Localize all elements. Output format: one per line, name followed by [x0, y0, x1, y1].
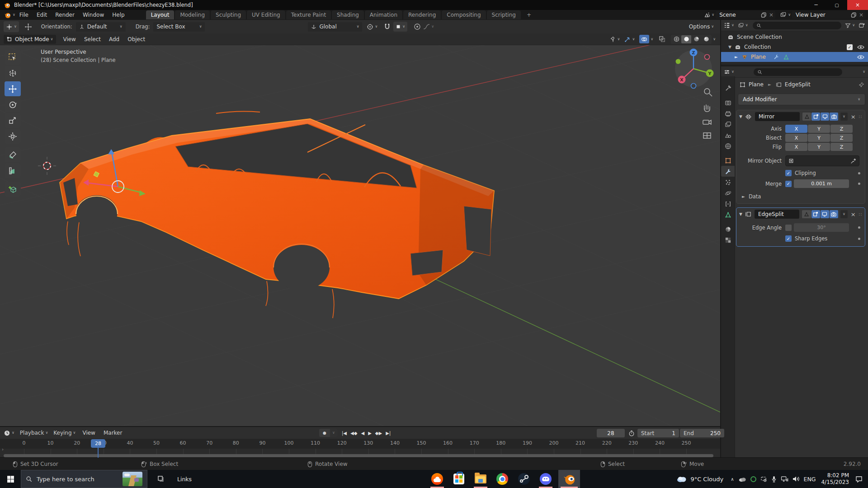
- prev-keyframe-button[interactable]: ◀◆: [349, 429, 359, 437]
- mirror-panel-header[interactable]: ▼ Mirror ∨ × ∷: [736, 110, 865, 123]
- timeline-expand-chevron[interactable]: ›: [2, 447, 4, 452]
- outliner-row-scene-collection[interactable]: Scene Collection: [721, 32, 868, 42]
- drag-dropdown[interactable]: Select Box ∨: [153, 22, 205, 32]
- timeline-scrollbar[interactable]: [4, 454, 713, 457]
- timeline-view-menu[interactable]: View: [78, 430, 99, 436]
- duplicate-icon[interactable]: [761, 12, 767, 18]
- shading-wireframe-button[interactable]: [671, 35, 681, 43]
- car-mesh-object[interactable]: [60, 112, 494, 318]
- bisect-x-button[interactable]: X: [785, 134, 807, 142]
- menu-file[interactable]: File: [15, 12, 33, 18]
- xray-toggle[interactable]: [659, 36, 665, 42]
- render-display-toggle[interactable]: [830, 210, 838, 218]
- play-reverse-button[interactable]: ◀: [359, 429, 366, 437]
- mirror-axis-x-button[interactable]: X: [785, 125, 807, 133]
- edge-angle-field[interactable]: 30°: [794, 223, 849, 232]
- tab-world[interactable]: [721, 141, 735, 151]
- breadcrumb-modifier[interactable]: EdgeSplit: [785, 81, 811, 88]
- tab-particles[interactable]: [721, 177, 735, 188]
- active-tool-dropdown[interactable]: ∨: [4, 21, 19, 32]
- taskbar-app-steam[interactable]: [515, 470, 533, 488]
- proportional-editing-icon[interactable]: [414, 23, 421, 30]
- gizmos-toggle[interactable]: ∨: [624, 36, 635, 42]
- menu-render[interactable]: Render: [51, 12, 79, 18]
- sharp-edges-checkbox[interactable]: ✓: [785, 235, 792, 242]
- tab-rendering[interactable]: Rendering: [403, 10, 441, 19]
- tab-object-data[interactable]: [721, 209, 735, 220]
- edge-angle-checkbox[interactable]: [785, 225, 792, 231]
- timeline-editor-dropdown[interactable]: ∨: [4, 430, 14, 436]
- animate-dot[interactable]: [858, 238, 860, 240]
- expand-arrow-icon[interactable]: ►: [742, 194, 745, 199]
- eye-icon[interactable]: [857, 54, 864, 60]
- collection-checkbox[interactable]: ✓: [847, 44, 853, 50]
- properties-search[interactable]: [754, 68, 842, 76]
- menu-help[interactable]: Help: [108, 12, 128, 18]
- edgesplit-panel-header[interactable]: ▼ EdgeSplit ∨ × ∷: [736, 208, 865, 221]
- network-display-icon[interactable]: [781, 476, 788, 482]
- menu-window[interactable]: Window: [79, 12, 108, 18]
- microphone-icon[interactable]: [771, 476, 777, 483]
- render-display-toggle[interactable]: [830, 113, 838, 121]
- shading-solid-button[interactable]: [681, 35, 691, 43]
- blender-menu-icon[interactable]: [4, 12, 11, 19]
- hidden-icons-chevron[interactable]: ∧: [731, 477, 734, 482]
- delete-modifier-button[interactable]: ×: [851, 211, 856, 218]
- modifier-extras-dropdown[interactable]: ∨: [840, 113, 848, 121]
- orientation-dropdown[interactable]: Default ∨: [76, 22, 126, 32]
- drag-handle-icon[interactable]: ∷: [859, 114, 862, 119]
- auto-key-dropdown[interactable]: ∨: [330, 429, 337, 437]
- tab-constraints[interactable]: [721, 198, 735, 209]
- navigation-gizmo[interactable]: Z Y X: [675, 49, 714, 89]
- tab-compositing[interactable]: Compositing: [442, 10, 486, 19]
- timeline-grid[interactable]: [0, 449, 720, 454]
- viewport-menu-view[interactable]: View: [59, 36, 80, 42]
- delete-modifier-button[interactable]: ×: [851, 113, 856, 120]
- tab-view-layer[interactable]: [721, 119, 735, 130]
- timeline-ruler[interactable]: 0102030405060708090100110120130140150160…: [0, 439, 720, 449]
- expand-arrow-icon[interactable]: ▼: [728, 45, 731, 49]
- scale-tool[interactable]: [5, 113, 21, 128]
- rotate-tool[interactable]: [5, 97, 21, 112]
- mirror-object-field[interactable]: [785, 155, 859, 166]
- tab-shading[interactable]: Shading: [332, 10, 364, 19]
- jump-to-start-button[interactable]: |◀: [340, 429, 349, 437]
- taskbar-search-box[interactable]: Type here to search: [21, 470, 147, 488]
- mirror-axis-y-button[interactable]: Y: [808, 125, 830, 133]
- merge-checkbox[interactable]: ✓: [785, 181, 792, 187]
- clock-tray[interactable]: 8:02 PM 4/15/2023: [821, 472, 849, 486]
- editmode-toggle[interactable]: [811, 113, 820, 121]
- timeline-marker-menu[interactable]: Marker: [99, 430, 126, 436]
- add-workspace-button[interactable]: +: [522, 10, 536, 19]
- measure-tool[interactable]: [5, 163, 21, 178]
- taskbar-app-file-explorer[interactable]: [472, 470, 490, 488]
- tab-animation[interactable]: Animation: [365, 10, 402, 19]
- orthographic-grid-icon[interactable]: [703, 133, 711, 138]
- use-preview-range-button[interactable]: [628, 430, 635, 436]
- start-button[interactable]: [0, 470, 21, 488]
- view-layer-selector[interactable]: View Layer ×: [792, 11, 865, 19]
- frame-start-field[interactable]: Start 1: [637, 429, 679, 437]
- nav-axis-x-neg[interactable]: [705, 55, 710, 60]
- tab-texture-paint[interactable]: Texture Paint: [286, 10, 331, 19]
- onedrive-icon[interactable]: [738, 476, 746, 482]
- flip-z-button[interactable]: Z: [830, 143, 853, 151]
- playhead-line[interactable]: [98, 448, 99, 458]
- taskbar-app-discord[interactable]: [537, 470, 555, 488]
- tab-texture[interactable]: [721, 235, 735, 245]
- speaker-icon[interactable]: [793, 476, 800, 482]
- tab-material[interactable]: [721, 224, 735, 235]
- options-dropdown[interactable]: Options ∨: [689, 23, 714, 30]
- search-highlight-graphic[interactable]: [123, 472, 142, 486]
- tab-modeling[interactable]: Modeling: [175, 10, 210, 19]
- clipping-checkbox[interactable]: ✓: [785, 170, 792, 176]
- tab-modifiers[interactable]: [721, 166, 735, 177]
- tab-tool[interactable]: [721, 83, 735, 94]
- tab-scripting[interactable]: Scripting: [487, 10, 521, 19]
- minimize-button[interactable]: ─: [806, 0, 826, 10]
- tab-sculpting[interactable]: Sculpting: [211, 10, 246, 19]
- transform-tool[interactable]: [5, 129, 21, 144]
- add-modifier-button[interactable]: Add Modifier ∨: [738, 94, 865, 105]
- modifier-extras-dropdown[interactable]: ∨: [840, 210, 848, 218]
- merge-threshold-field[interactable]: 0.001 m: [794, 179, 849, 188]
